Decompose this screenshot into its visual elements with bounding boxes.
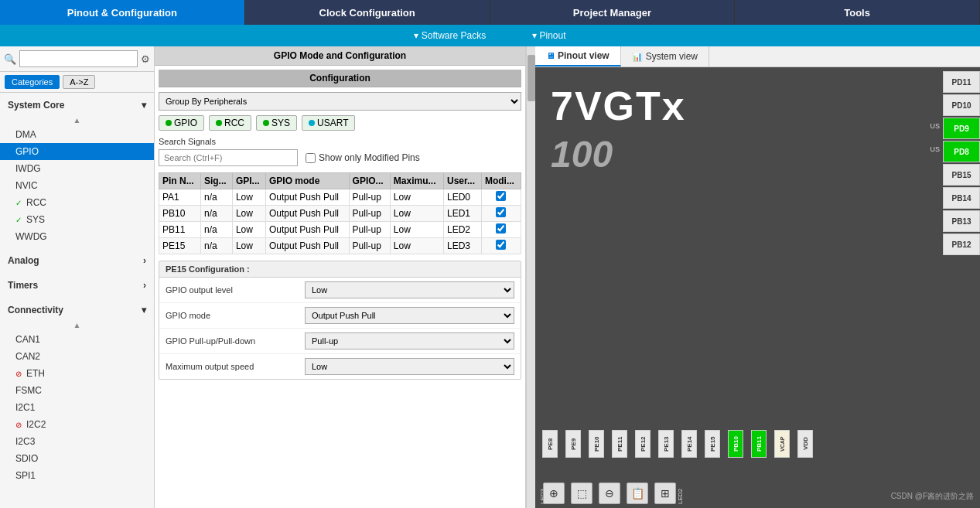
cell-mode: Output Push Pull bbox=[265, 238, 349, 254]
second-nav: ▾ Software Packs ▾ Pinout bbox=[0, 25, 980, 46]
zoom-in-btn[interactable]: ⊕ bbox=[543, 482, 565, 504]
cell-pin: PE15 bbox=[159, 238, 201, 254]
sidebar-search-input[interactable] bbox=[19, 50, 138, 67]
right-panel: 🖥 Pinout view 📊 System view 7VGTx 100 PD… bbox=[535, 46, 980, 508]
modi-checkbox[interactable] bbox=[496, 223, 506, 234]
layout-btn[interactable]: ⊞ bbox=[654, 482, 676, 504]
sidebar-item-can2[interactable]: CAN2 bbox=[0, 348, 154, 365]
section-connectivity-chevron: ▾ bbox=[142, 305, 146, 315]
table-row[interactable]: PB11 n/a Low Output Push Pull Pull-up Lo… bbox=[159, 222, 521, 238]
cell-pin: PB11 bbox=[159, 222, 201, 238]
bottom-pin-pe13: PE13 bbox=[655, 430, 677, 458]
cell-user: LED0 bbox=[444, 189, 482, 206]
chip-area: 7VGTx 100 PD11 PD10 PD9 US PD8 US PB15 P… bbox=[535, 67, 980, 508]
tab-clock-configuration[interactable]: Clock Configuration bbox=[245, 0, 490, 25]
gpio-pullup-label: GPIO Pull-up/Pull-down bbox=[166, 336, 305, 346]
section-analog-header[interactable]: Analog › bbox=[0, 251, 154, 270]
filter-tab-sys[interactable]: SYS bbox=[256, 115, 297, 131]
gpio-output-level-select[interactable]: Low bbox=[305, 281, 514, 298]
section-timers: Timers › bbox=[0, 273, 154, 298]
filter-categories-btn[interactable]: Categories bbox=[5, 75, 60, 89]
bottom-pin-pe11: PE11 bbox=[609, 430, 630, 458]
modi-checkbox[interactable] bbox=[496, 240, 506, 250]
cell-modi[interactable] bbox=[481, 189, 521, 206]
pinout-view-icon: 🖥 bbox=[546, 51, 555, 60]
cell-user: LED2 bbox=[444, 222, 482, 238]
table-row[interactable]: PA1 n/a Low Output Push Pull Pull-up Low… bbox=[159, 189, 521, 206]
export-btn[interactable]: 📋 bbox=[627, 482, 648, 504]
cell-modi[interactable] bbox=[481, 238, 521, 254]
sidebar-item-sdio[interactable]: SDIO bbox=[0, 450, 154, 467]
sidebar-item-i2c3[interactable]: I2C3 bbox=[0, 433, 154, 450]
gear-icon[interactable]: ⚙ bbox=[141, 53, 150, 65]
sidebar-item-can1[interactable]: CAN1 bbox=[0, 331, 154, 348]
watermark: CSDN @F酱的进阶之路 bbox=[891, 491, 974, 502]
section-timers-header[interactable]: Timers › bbox=[0, 276, 154, 295]
tab-pinout-configuration[interactable]: Pinout & Configuration bbox=[0, 0, 245, 25]
right-pins-column: PD11 PD10 PD9 US PD8 US PB15 PB14 PB13 P… bbox=[943, 71, 980, 255]
cell-modi[interactable] bbox=[481, 222, 521, 238]
tab-project-manager[interactable]: Project Manager bbox=[490, 0, 736, 25]
sidebar-item-rcc[interactable]: RCC bbox=[0, 194, 154, 211]
filter-tab-usart[interactable]: USART bbox=[302, 115, 355, 131]
gpio-maxspeed-select[interactable]: Low bbox=[305, 358, 514, 375]
cell-sig: n/a bbox=[200, 222, 232, 238]
gpio-maxspeed-label: Maximum output speed bbox=[166, 362, 305, 371]
search-signals-input[interactable] bbox=[159, 149, 298, 166]
sidebar: 🔍 ⚙ Categories A->Z System Core ▾ ▲ DMA … bbox=[0, 46, 155, 508]
gpio-mode-select[interactable]: Output Push Pull bbox=[305, 307, 514, 324]
sidebar-item-iwdg[interactable]: IWDG bbox=[0, 160, 154, 177]
cell-sig: n/a bbox=[200, 189, 232, 206]
right-pin-pd8: PD8 bbox=[943, 141, 980, 162]
modi-checkbox[interactable] bbox=[496, 207, 506, 217]
search-icon: 🔍 bbox=[4, 53, 16, 65]
tab-tools[interactable]: Tools bbox=[735, 0, 980, 25]
bottom-pins-row: PE8 PE9 PE10 PE11 PE12 PE13 PE14 bbox=[539, 430, 816, 458]
sidebar-item-i2c2[interactable]: I2C2 bbox=[0, 416, 154, 433]
col-gpi: GPI... bbox=[232, 173, 265, 189]
sidebar-item-wwdg[interactable]: WWDG bbox=[0, 228, 154, 245]
bottom-pin-pe12: PE12 bbox=[632, 430, 654, 458]
bottom-pin-pe10-box: PE10 bbox=[589, 430, 604, 458]
cell-modi[interactable] bbox=[481, 206, 521, 222]
zoom-out-btn[interactable]: ⊖ bbox=[599, 482, 620, 504]
filter-tab-gpio-label: GPIO bbox=[174, 118, 197, 128]
filter-tab-rcc[interactable]: RCC bbox=[209, 115, 251, 131]
system-view-icon: 📊 bbox=[632, 52, 643, 62]
sidebar-item-sys[interactable]: SYS bbox=[0, 211, 154, 228]
sidebar-item-fsmc[interactable]: FSMC bbox=[0, 382, 154, 399]
tab-system-view[interactable]: 📊 System view bbox=[621, 46, 709, 66]
bottom-pin-pe14: PE14 bbox=[678, 430, 700, 458]
group-by-select[interactable]: Group By Peripherals bbox=[159, 92, 521, 111]
scroll-up-arrow-2[interactable]: ▲ bbox=[0, 319, 154, 331]
show-modified-checkbox[interactable] bbox=[306, 153, 316, 163]
section-system-core-header[interactable]: System Core ▾ bbox=[0, 96, 154, 114]
center-panel: GPIO Mode and Configuration Configuratio… bbox=[155, 46, 526, 508]
sidebar-item-i2c1[interactable]: I2C1 bbox=[0, 399, 154, 416]
sidebar-item-gpio[interactable]: GPIO bbox=[0, 143, 154, 160]
pe15-config: PE15 Configuration : GPIO output level L… bbox=[159, 261, 521, 380]
section-connectivity-header[interactable]: Connectivity ▾ bbox=[0, 301, 154, 319]
modi-checkbox[interactable] bbox=[496, 191, 506, 201]
table-row[interactable]: PB10 n/a Low Output Push Pull Pull-up Lo… bbox=[159, 206, 521, 222]
pinout-nav[interactable]: ▾ Pinout bbox=[532, 30, 565, 41]
sidebar-item-eth[interactable]: ETH bbox=[0, 365, 154, 382]
software-packs-nav[interactable]: ▾ Software Packs bbox=[414, 30, 486, 41]
sidebar-item-dma[interactable]: DMA bbox=[0, 126, 154, 143]
tab-pinout-view[interactable]: 🖥 Pinout view bbox=[535, 46, 621, 66]
gpio-pullup-select[interactable]: Pull-up bbox=[305, 332, 514, 349]
vertical-scrollbar[interactable] bbox=[526, 46, 535, 508]
filter-az-btn[interactable]: A->Z bbox=[63, 75, 95, 89]
filter-tab-gpio[interactable]: GPIO bbox=[159, 115, 204, 131]
zoom-controls: ⊕ ⬚ ⊖ 📋 ⊞ bbox=[543, 482, 676, 504]
section-system-core: System Core ▾ ▲ DMA GPIO IWDG NVIC RCC S… bbox=[0, 93, 154, 248]
sidebar-item-nvic[interactable]: NVIC bbox=[0, 177, 154, 194]
cell-pin: PB10 bbox=[159, 206, 201, 222]
scrollbar-thumb[interactable] bbox=[528, 55, 535, 101]
bottom-pin-pe15: PE15 bbox=[702, 430, 723, 458]
table-row[interactable]: PE15 n/a Low Output Push Pull Pull-up Lo… bbox=[159, 238, 521, 254]
sidebar-item-spi1[interactable]: SPI1 bbox=[0, 467, 154, 484]
scroll-up-arrow[interactable]: ▲ bbox=[0, 114, 154, 126]
search-signals-label: Search Signals bbox=[159, 137, 521, 146]
fit-view-btn[interactable]: ⬚ bbox=[571, 482, 592, 504]
